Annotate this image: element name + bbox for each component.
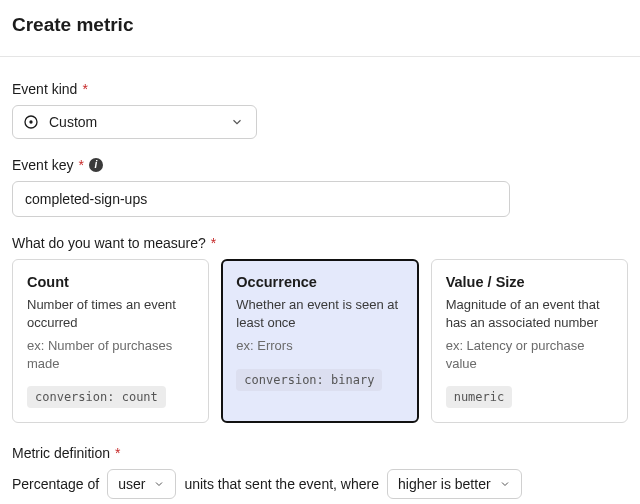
field-event-kind: Event kind * Custom	[12, 81, 628, 139]
field-metric-definition: Metric definition * Percentage of user u…	[12, 445, 628, 499]
label-text: What do you want to measure?	[12, 235, 206, 251]
direction-value: higher is better	[398, 476, 491, 492]
divider	[0, 56, 640, 57]
card-desc: Whether an event is seen at least once	[236, 296, 403, 331]
card-desc: Number of times an event occurred	[27, 296, 194, 331]
event-kind-value: Custom	[49, 114, 97, 130]
info-icon[interactable]: i	[89, 158, 103, 172]
field-measure: What do you want to measure? * Count Num…	[12, 235, 628, 423]
definition-prefix: Percentage of	[12, 476, 99, 492]
card-example: ex: Errors	[236, 337, 403, 355]
chevron-down-icon	[153, 478, 165, 490]
card-tag: conversion: binary	[236, 369, 382, 391]
event-kind-label: Event kind *	[12, 81, 628, 97]
measure-card-count[interactable]: Count Number of times an event occurred …	[12, 259, 209, 423]
unit-value: user	[118, 476, 145, 492]
required-mark: *	[211, 235, 216, 251]
card-tag: conversion: count	[27, 386, 166, 408]
measure-card-value[interactable]: Value / Size Magnitude of an event that …	[431, 259, 628, 423]
definition-middle: units that sent the event, where	[184, 476, 379, 492]
card-example: ex: Latency or purchase value	[446, 337, 613, 372]
card-tag: numeric	[446, 386, 513, 408]
direction-select[interactable]: higher is better	[387, 469, 522, 499]
label-text: Event kind	[12, 81, 77, 97]
card-title: Count	[27, 274, 194, 290]
card-title: Value / Size	[446, 274, 613, 290]
target-icon	[23, 114, 39, 130]
field-event-key: Event key * i	[12, 157, 628, 217]
measure-card-occurrence[interactable]: Occurrence Whether an event is seen at l…	[221, 259, 418, 423]
required-mark: *	[82, 81, 87, 97]
event-key-input[interactable]	[12, 181, 510, 217]
event-key-label: Event key * i	[12, 157, 628, 173]
chevron-down-icon	[230, 115, 244, 129]
metric-definition-label: Metric definition *	[12, 445, 628, 461]
card-title: Occurrence	[236, 274, 403, 290]
measure-options: Count Number of times an event occurred …	[12, 259, 628, 423]
card-example: ex: Number of purchases made	[27, 337, 194, 372]
event-kind-select[interactable]: Custom	[12, 105, 257, 139]
unit-select[interactable]: user	[107, 469, 176, 499]
required-mark: *	[115, 445, 120, 461]
required-mark: *	[78, 157, 83, 173]
metric-definition-sentence: Percentage of user units that sent the e…	[12, 469, 628, 499]
label-text: Metric definition	[12, 445, 110, 461]
page-title: Create metric	[12, 14, 628, 36]
chevron-down-icon	[499, 478, 511, 490]
label-text: Event key	[12, 157, 73, 173]
svg-point-1	[29, 120, 32, 123]
card-desc: Magnitude of an event that has an associ…	[446, 296, 613, 331]
measure-label: What do you want to measure? *	[12, 235, 628, 251]
